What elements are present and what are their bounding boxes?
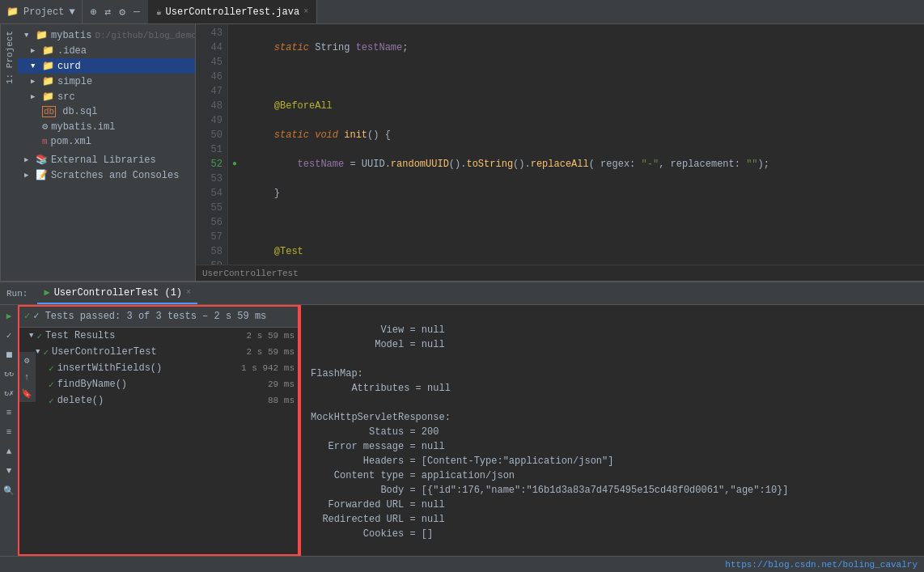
run-tab-label: UserControllerTest (1) (54, 287, 182, 299)
rerun-failed-button[interactable]: ↻✗ (2, 386, 16, 400)
run-label: Run: (6, 289, 28, 299)
folder-icon-mybatis: 📁 (36, 29, 48, 41)
test-time-results: 2 s 59 ms (247, 331, 295, 341)
test-output-panel[interactable]: View = null Model = null FlashMap: Attri… (301, 305, 924, 556)
tree-item-pom[interactable]: m pom.xml (18, 134, 195, 149)
bottom-panel: Run: ▶ UserControllerTest (1) × ▶ ✓ ⏹ ↻↻… (0, 281, 924, 556)
run-tab-close[interactable]: × (186, 288, 191, 297)
folder-icon-src: 📁 (42, 91, 54, 103)
tree-arrow-curd: ▼ (31, 62, 42, 70)
tab-bar: ☕ UserControllerTest.java × (148, 0, 924, 23)
code-gutter: ● (228, 24, 241, 265)
run-button[interactable]: ▶ (2, 308, 16, 323)
folder-icon: 📁 (6, 6, 19, 18)
tree-item-external-libs[interactable]: ▶ 📚 External Libraries (18, 152, 195, 167)
test-arrow-results: ▼ (29, 332, 33, 340)
tree-item-idea[interactable]: ▶ 📁 .idea (18, 43, 195, 58)
project-side-label[interactable]: 1: Project (0, 24, 18, 281)
bookmark-icon[interactable]: 🔖 (21, 388, 32, 399)
test-check-results: ✓ (36, 331, 42, 341)
top-bar-icons: ⊕ ⇄ ⚙ — (83, 6, 148, 19)
tree-item-simple[interactable]: ▶ 📁 simple (18, 74, 195, 89)
test-tree-panel: ✓ ✓ Tests passed: 3 of 3 tests – 2 s 59 … (18, 305, 301, 556)
run-tab-icon: ▶ (44, 286, 49, 299)
tree-arrow-idea: ▶ (31, 46, 42, 55)
tree-item-mybatis-iml[interactable]: ⚙ mybatis.iml (18, 119, 195, 134)
test-item-insertwithfields[interactable]: ✓ insertWithFields() 1 s 942 ms (18, 360, 299, 376)
test-check-usercontroller: ✓ (43, 347, 49, 358)
tree-label-scratches: Scratches and Consoles (51, 170, 179, 181)
main-area: 1: Project ▼ 📁 mybatis D:/github/blog_de… (0, 24, 924, 281)
export-icon[interactable]: ↑ (24, 372, 30, 382)
tree-label-idea: .idea (57, 45, 87, 57)
rerun-button[interactable]: ↻↻ (2, 367, 16, 381)
pom-icon: m (42, 137, 48, 146)
breadcrumb: UserControllerTest (202, 269, 299, 278)
align-left-button[interactable]: ≡ (2, 405, 16, 420)
tab-close-button[interactable]: × (303, 7, 308, 16)
tree-arrow-mybatis: ▼ (24, 32, 36, 40)
app-container: 📁 Project ▼ ⊕ ⇄ ⚙ — ☕ UserControllerTest… (0, 0, 924, 572)
tree-label-extlibs: External Libraries (51, 155, 156, 166)
extlibs-icon: 📚 (36, 154, 48, 166)
test-item-delete[interactable]: ✓ delete() 88 ms (18, 392, 299, 409)
folder-icon-simple: 📁 (42, 75, 54, 87)
test-item-results[interactable]: ▼ ✓ Test Results 2 s 59 ms (18, 328, 299, 344)
align-right-button[interactable]: ≡ (2, 425, 16, 439)
test-item-usercontroller[interactable]: ▼ ✓ UserControllerTest 2 s 59 ms (18, 344, 299, 360)
test-arrow-usercontroller: ▼ (36, 348, 40, 356)
test-name-results: Test Results (45, 330, 247, 341)
iml-icon: ⚙ (42, 121, 48, 133)
project-tree: ▼ 📁 mybatis D:/github/blog_demos/mybatis… (18, 24, 195, 281)
sync-icon[interactable]: ⇄ (104, 6, 111, 19)
top-bar: 📁 Project ▼ ⊕ ⇄ ⚙ — ☕ UserControllerTest… (0, 0, 924, 24)
test-time-delete: 88 ms (268, 396, 295, 405)
status-bar: https://blog.csdn.net/boling_cavalry (0, 556, 924, 572)
sql-icon: db (42, 106, 56, 117)
tree-arrow-src: ▶ (31, 92, 42, 101)
tree-label-mybatis: mybatis (51, 30, 91, 41)
scratches-icon: 📝 (36, 169, 48, 181)
tree-side-strip: ⚙ ↑ 🔖 (18, 352, 36, 402)
test-name-usercontroller: UserControllerTest (52, 346, 247, 358)
test-toolbar-status: ✓ ✓ Tests passed: 3 of 3 tests – 2 s 59 … (18, 305, 299, 328)
bottom-content: ▶ ✓ ⏹ ↻↻ ↻✗ ≡ ≡ ▲ ▼ 🔍 ✓ ✓ Tests passed: … (0, 305, 924, 556)
breadcrumb-bar: UserControllerTest (196, 265, 924, 281)
folder-icon-curd: 📁 (42, 60, 54, 72)
project-label-text: 1: Project (5, 31, 15, 84)
tree-arrow-simple: ▶ (31, 77, 42, 86)
up-button[interactable]: ▲ (2, 444, 16, 459)
check-button[interactable]: ✓ (2, 328, 16, 342)
settings-small-icon[interactable]: ⚙ (24, 355, 30, 366)
status-link[interactable]: https://blog.csdn.net/boling_cavalry (725, 560, 918, 570)
toolbar-status-text: ✓ Tests passed: 3 of 3 tests – 2 s 59 ms (33, 310, 266, 322)
test-check-insert: ✓ (49, 363, 54, 374)
test-item-findbyname[interactable]: ✓ findByName() 29 ms (18, 376, 299, 392)
stop-button[interactable]: ⏹ (2, 347, 16, 362)
bottom-tab-bar: Run: ▶ UserControllerTest (1) × (0, 282, 924, 305)
project-title-area: 📁 Project ▼ (0, 0, 83, 23)
tree-item-scratches[interactable]: ▶ 📝 Scratches and Consoles (18, 167, 195, 183)
code-text[interactable]: static String testName; @BeforeAll stati… (241, 24, 924, 265)
project-title: Project (23, 6, 64, 18)
settings-icon[interactable]: ⚙ (119, 6, 125, 19)
tree-item-mybatis[interactable]: ▼ 📁 mybatis D:/github/blog_demos/mybatis (18, 28, 195, 43)
tree-label-curd: curd (57, 61, 81, 72)
minimize-icon[interactable]: — (134, 6, 140, 18)
test-name-insert: insertWithFields() (57, 362, 241, 374)
tree-item-dbsql[interactable]: db db.sql (18, 104, 195, 119)
test-time-insert: 1 s 942 ms (241, 363, 295, 373)
add-icon[interactable]: ⊕ (91, 6, 97, 19)
test-time-find: 29 ms (268, 379, 295, 389)
tree-item-curd[interactable]: ▼ 📁 curd (18, 58, 195, 74)
code-content: 43 44 45 46 47 48 49 50 51 52 53 54 55 5… (196, 24, 924, 265)
test-tree-list: ▼ ✓ Test Results 2 s 59 ms ▼ ✓ UserContr… (18, 328, 299, 556)
down-button[interactable]: ▼ (2, 464, 16, 478)
sidebar: ▼ 📁 mybatis D:/github/blog_demos/mybatis… (18, 24, 196, 281)
tab-filename: UserControllerTest.java (166, 6, 300, 18)
search-button[interactable]: 🔍 (2, 483, 16, 498)
tree-item-src[interactable]: ▶ 📁 src (18, 89, 195, 104)
file-tab-active[interactable]: ☕ UserControllerTest.java × (148, 0, 317, 23)
test-name-delete: delete() (57, 395, 268, 406)
run-tab[interactable]: ▶ UserControllerTest (1) × (37, 282, 197, 304)
